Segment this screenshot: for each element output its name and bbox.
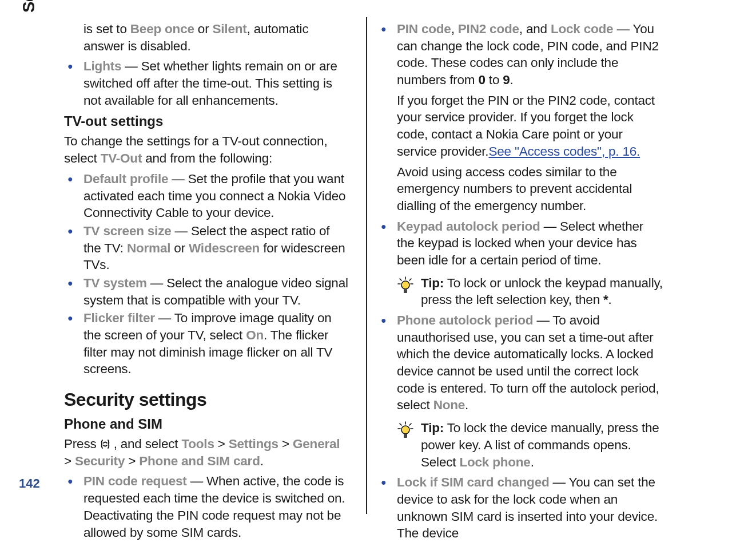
tvout-intro: To change the settings for a TV-out conn… (64, 133, 350, 167)
svg-rect-13 (404, 434, 407, 438)
tip-icon (397, 276, 414, 308)
list-item: Flicker filter — To improve image qualit… (64, 310, 350, 378)
security-list-right-4: Lock if SIM card changed — You can set t… (377, 474, 663, 542)
side-tab-text: Settings (19, 0, 38, 13)
tip-1: Tip: To lock or unlock the keypad manual… (377, 275, 663, 308)
tip-icon (397, 421, 414, 470)
svg-rect-6 (404, 289, 407, 293)
menu-key-icon (100, 437, 114, 451)
avoid-paragraph: Avoid using access codes similar to the … (377, 164, 663, 215)
tip-2: Tip: To lock the device manually, press … (377, 420, 663, 470)
security-list-right-2: Keypad autolock period — Select whether … (377, 218, 663, 269)
column-divider (366, 17, 367, 514)
press-path: Press , and select Tools > Settings > Ge… (64, 436, 350, 469)
list-item: Lights — Set whether lights remain on or… (64, 58, 350, 109)
security-list-right-3: Phone autolock period — To avoid unautho… (377, 312, 663, 414)
list-item: Default profile — Set the profile that y… (64, 171, 350, 221)
right-column: PIN code, PIN2 code, and Lock code — You… (377, 17, 675, 529)
tip-text: Tip: To lock or unlock the keypad manual… (421, 275, 663, 308)
tvout-list: Default profile — Set the profile that y… (64, 171, 350, 378)
list-item: Keypad autolock period — Select whether … (377, 218, 663, 269)
svg-line-9 (409, 424, 411, 425)
access-codes-link[interactable]: See "Access codes", p. 16. (488, 144, 640, 159)
svg-line-8 (400, 424, 401, 425)
svg-line-1 (400, 279, 401, 280)
svg-line-2 (409, 279, 411, 280)
page: Settings 142 is set to Beep once or Sile… (0, 0, 756, 546)
phone-sim-heading: Phone and SIM (64, 416, 350, 432)
list-item: Phone autolock period — To avoid unautho… (377, 312, 663, 414)
left-column: is set to Beep once or Silent, automatic… (64, 17, 361, 529)
svg-point-5 (401, 281, 409, 289)
list-item: PIN code, PIN2 code, and Lock code — You… (377, 21, 663, 89)
intro-continuation: is set to Beep once or Silent, automatic… (64, 21, 350, 54)
svg-point-12 (401, 426, 409, 434)
security-heading: Security settings (64, 389, 350, 410)
tip-text: Tip: To lock the device manually, press … (421, 420, 663, 470)
forget-paragraph: If you forget the PIN or the PIN2 code, … (377, 92, 663, 160)
page-number: 142 (19, 476, 40, 491)
page-number-text: 142 (19, 476, 40, 490)
side-tab: Settings (19, 0, 38, 13)
list-item: PIN code request — When active, the code… (64, 473, 350, 541)
enhancement-list: Lights — Set whether lights remain on or… (64, 58, 350, 109)
list-item: Lock if SIM card changed — You can set t… (377, 474, 663, 542)
tvout-heading: TV-out settings (64, 113, 350, 129)
security-list-right: PIN code, PIN2 code, and Lock code — You… (377, 21, 663, 89)
list-item: TV system — Select the analogue video si… (64, 275, 350, 308)
security-list-left: PIN code request — When active, the code… (64, 473, 350, 541)
list-item: TV screen size — Select the aspect ratio… (64, 223, 350, 274)
